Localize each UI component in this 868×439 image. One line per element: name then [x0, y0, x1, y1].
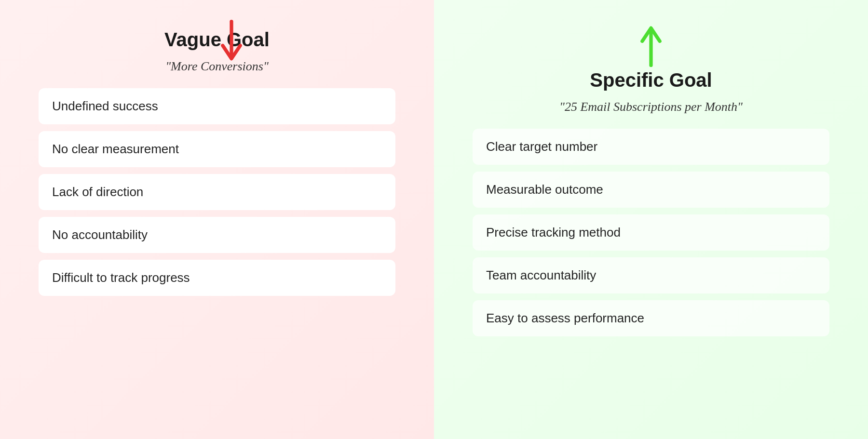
- list-item: Difficult to track progress: [39, 260, 395, 296]
- list-item: Undefined success: [39, 88, 395, 124]
- list-item: Precise tracking method: [473, 214, 829, 251]
- right-panel-subtitle: "25 Email Subscriptions per Month": [559, 100, 743, 114]
- list-item: Clear target number: [473, 129, 829, 165]
- list-item: No clear measurement: [39, 131, 395, 167]
- right-items-container: Clear target number Measurable outcome P…: [473, 129, 829, 343]
- up-arrow-icon: [637, 19, 665, 69]
- list-item: Team accountability: [473, 257, 829, 293]
- list-item: Measurable outcome: [473, 172, 829, 208]
- list-item: No accountability: [39, 217, 395, 253]
- list-item: Lack of direction: [39, 174, 395, 210]
- right-panel-title: Specific Goal: [590, 69, 712, 91]
- list-item: Easy to assess performance: [473, 300, 829, 336]
- right-panel: Specific Goal "25 Email Subscriptions pe…: [434, 0, 868, 439]
- left-panel: Vague Goal "More Conversions" Undefined …: [0, 0, 434, 439]
- left-items-container: Undefined success No clear measurement L…: [39, 88, 395, 303]
